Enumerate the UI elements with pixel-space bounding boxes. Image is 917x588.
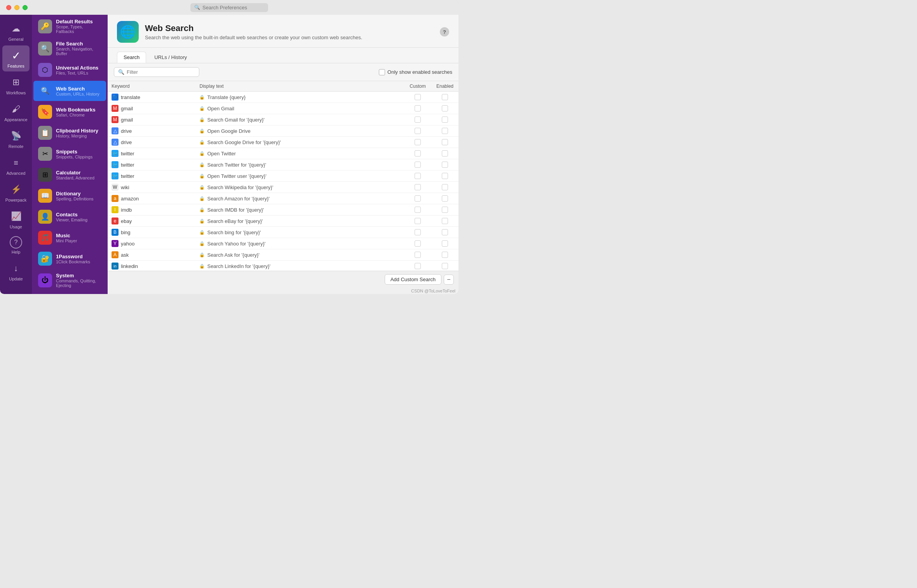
sidebar-item-update[interactable]: ↓ Update xyxy=(2,258,30,284)
enabled-checkbox[interactable] xyxy=(442,150,448,157)
enabled-checkbox[interactable] xyxy=(442,139,448,145)
custom-checkbox[interactable] xyxy=(415,150,421,157)
tab-search[interactable]: Search xyxy=(117,52,146,63)
feature-item-snippets[interactable]: ✂ Snippets Snippets, Clippings xyxy=(33,144,106,164)
remove-search-button[interactable]: − xyxy=(444,275,454,285)
feature-item-universal-actions[interactable]: ⬡ Universal Actions Files, Text, URLs xyxy=(33,60,106,80)
table-row[interactable]: B bing 🔒 Search bing for '{query}' xyxy=(108,227,458,238)
service-icon: 🔵 xyxy=(112,94,119,101)
minimize-button[interactable] xyxy=(14,5,19,10)
table-row[interactable]: A ask 🔒 Search Ask for '{query}' xyxy=(108,249,458,261)
custom-checkbox[interactable] xyxy=(415,173,421,179)
universal-actions-name: Universal Actions xyxy=(56,65,98,71)
display-text: Search Google Drive for '{query}' xyxy=(207,139,281,145)
only-enabled-checkbox[interactable] xyxy=(379,69,385,75)
table-row[interactable]: △ drive 🔒 Search Google Drive for '{quer… xyxy=(108,137,458,148)
sidebar-item-appearance[interactable]: 🖌 Appearance xyxy=(2,99,30,125)
enabled-checkbox[interactable] xyxy=(442,94,448,100)
enabled-checkbox[interactable] xyxy=(442,173,448,179)
table-row[interactable]: △ drive 🔒 Open Google Drive xyxy=(108,125,458,137)
custom-checkbox[interactable] xyxy=(415,184,421,190)
usage-label: Usage xyxy=(10,224,22,229)
feature-item-calculator[interactable]: ⊞ Calculator Standard, Advanced xyxy=(33,165,106,185)
feature-item-contacts[interactable]: 👤 Contacts Viewer, Emailing xyxy=(33,207,106,227)
enabled-checkbox[interactable] xyxy=(442,229,448,235)
sidebar-item-powerpack[interactable]: ⚡ Powerpack xyxy=(2,179,30,205)
custom-checkbox[interactable] xyxy=(415,229,421,235)
custom-checkbox[interactable] xyxy=(415,105,421,111)
enabled-checkbox[interactable] xyxy=(442,184,448,190)
enabled-checkbox[interactable] xyxy=(442,128,448,134)
enabled-checkbox[interactable] xyxy=(442,105,448,111)
titlebar-search-bar[interactable]: 🔍 xyxy=(190,3,268,12)
titlebar-search-input[interactable] xyxy=(202,5,261,10)
table-row[interactable]: 🐦 twitter 🔒 Open Twitter xyxy=(108,148,458,159)
custom-checkbox[interactable] xyxy=(415,117,421,123)
sidebar-item-remote[interactable]: 📡 Remote xyxy=(2,126,30,152)
universal-actions-icon: ⬡ xyxy=(38,63,52,77)
tabs-bar: Search URLs / History xyxy=(108,48,458,63)
help-button[interactable]: ? xyxy=(440,27,449,37)
custom-checkbox[interactable] xyxy=(415,139,421,145)
filter-input-wrap[interactable]: 🔍 xyxy=(114,67,199,77)
onepassword-name: 1Password xyxy=(56,254,90,259)
display-text: Search Twitter for '{query}' xyxy=(207,162,266,168)
update-label: Update xyxy=(9,277,23,281)
custom-checkbox[interactable] xyxy=(415,94,421,100)
sidebar-item-advanced[interactable]: ≡ Advanced xyxy=(2,153,30,179)
feature-item-onepassword[interactable]: 🔐 1Password 1Click Bookmarks xyxy=(33,249,106,269)
sidebar-item-usage[interactable]: 📈 Usage xyxy=(2,206,30,232)
table-row[interactable]: M gmail 🔒 Search Gmail for '{query}' xyxy=(108,114,458,125)
custom-checkbox[interactable] xyxy=(415,263,421,269)
feature-item-system[interactable]: ⏻ System Commands, Quitting, Ejecting xyxy=(33,270,106,291)
custom-checkbox[interactable] xyxy=(415,240,421,247)
table-row[interactable]: e ebay 🔒 Search eBay for '{query}' xyxy=(108,216,458,227)
custom-checkbox[interactable] xyxy=(415,218,421,224)
table-row[interactable]: a amazon 🔒 Search Amazon for '{query}' xyxy=(108,193,458,204)
custom-checkbox[interactable] xyxy=(415,207,421,213)
table-row[interactable]: I imdb 🔒 Search IMDB for '{query}' xyxy=(108,204,458,216)
feature-item-file-search[interactable]: 🔍 File Search Search, Navigation, Buffer xyxy=(33,38,106,59)
features-icon: ✓ xyxy=(9,49,23,63)
maximize-button[interactable] xyxy=(23,5,28,10)
table-row[interactable]: in linkedin 🔒 Search LinkedIn for '{quer… xyxy=(108,261,458,271)
custom-checkbox[interactable] xyxy=(415,252,421,258)
enabled-checkbox[interactable] xyxy=(442,117,448,123)
add-custom-search-button[interactable]: Add Custom Search xyxy=(385,274,441,285)
close-button[interactable] xyxy=(6,5,11,10)
titlebar: 🔍 xyxy=(0,0,458,15)
table-row[interactable]: 🐦 twitter 🔒 Search Twitter for '{query}' xyxy=(108,159,458,170)
enabled-checkbox[interactable] xyxy=(442,263,448,269)
enabled-checkbox[interactable] xyxy=(442,252,448,258)
feature-item-default-results[interactable]: 🔑 Default Results Scope, Types, Fallback… xyxy=(33,16,106,37)
enabled-checkbox[interactable] xyxy=(442,218,448,224)
enabled-checkbox[interactable] xyxy=(442,207,448,213)
custom-checkbox[interactable] xyxy=(415,195,421,202)
table-row[interactable]: Y yahoo 🔒 Search Yahoo for '{query}' xyxy=(108,238,458,249)
enabled-checkbox[interactable] xyxy=(442,162,448,168)
custom-checkbox[interactable] xyxy=(415,162,421,168)
tab-urls-history[interactable]: URLs / History xyxy=(148,52,194,63)
sidebar-narrow: ☁ General ✓ Features ⊞ Workflows 🖌 Appea… xyxy=(0,15,32,294)
custom-checkbox[interactable] xyxy=(415,128,421,134)
feature-item-dictionary[interactable]: 📖 Dictionary Spelling, Definitions xyxy=(33,186,106,206)
enabled-checkbox[interactable] xyxy=(442,195,448,202)
sidebar-item-help[interactable]: ? Help xyxy=(2,233,30,257)
filter-input[interactable] xyxy=(127,69,193,75)
enabled-checkbox[interactable] xyxy=(442,240,448,247)
table-row[interactable]: 🐦 twitter 🔒 Open Twitter user '{query}' xyxy=(108,170,458,182)
sidebar-item-general[interactable]: ☁ General xyxy=(2,19,30,45)
feature-item-web-search[interactable]: 🔍 Web Search Custom, URLs, History xyxy=(33,81,106,101)
table-row[interactable]: 🔵 translate 🔒 Translate {query} xyxy=(108,92,458,103)
table-row[interactable]: M gmail 🔒 Open Gmail xyxy=(108,103,458,114)
table-row[interactable]: W wiki 🔒 Search Wikipedia for '{query}' xyxy=(108,182,458,193)
service-icon: a xyxy=(112,195,119,202)
filter-search-icon: 🔍 xyxy=(118,69,124,75)
feature-item-terminal[interactable]: >_ Terminal Prefix, Custom Integration xyxy=(33,292,106,294)
sidebar-item-workflows[interactable]: ⊞ Workflows xyxy=(2,72,30,98)
feature-item-music[interactable]: 🎵 Music Mini Player xyxy=(33,228,106,248)
feature-item-web-bookmarks[interactable]: 🔖 Web Bookmarks Safari, Chrome xyxy=(33,102,106,122)
sidebar-item-features[interactable]: ✓ Features xyxy=(2,45,30,71)
lock-icon: 🔒 xyxy=(199,162,205,167)
feature-item-clipboard[interactable]: 📋 Clipboard History History, Merging xyxy=(33,123,106,143)
